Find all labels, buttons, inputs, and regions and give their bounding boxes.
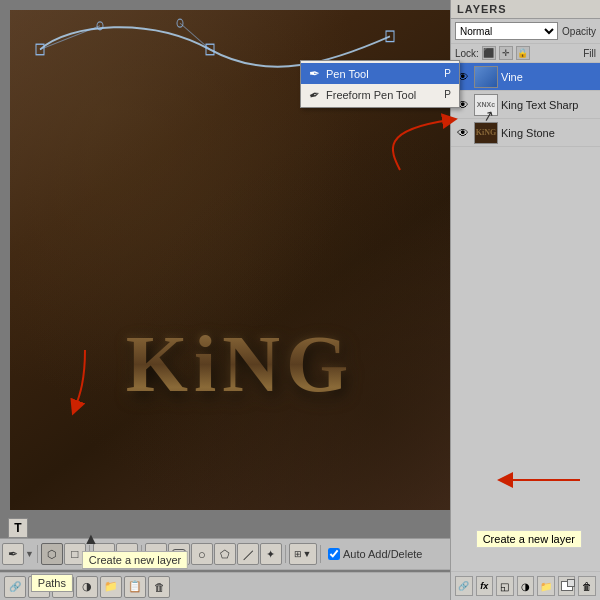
left-tool-indicators: T [8,518,28,538]
layers-panel-header: LAYERS [451,0,600,19]
layer-dropdown-button[interactable]: ⊞▼ [289,543,317,565]
separator-1 [37,545,38,563]
fill-label: Fill [583,48,596,59]
ellipse-icon: ○ [198,547,206,562]
lock-all-icon: 🔒 [517,48,528,58]
paths-mode-button[interactable]: ⬡ Paths [41,543,63,565]
poly-tool-button[interactable]: ⬠ [214,543,236,565]
add-style-icon: fx [480,581,488,591]
auto-add-delete-checkbox[interactable] [328,548,340,560]
custom-shape-button[interactable]: ✦ [260,543,282,565]
create-layer-icon [561,581,573,591]
separator-4 [285,545,286,563]
new-group-icon: 📁 [540,581,552,592]
auto-add-delete-area: Auto Add/Delete [328,548,423,560]
mask-btn[interactable]: ◱ [52,576,74,598]
lock-position-btn[interactable]: ✛ [499,46,513,60]
fx-btn[interactable]: fx [28,576,50,598]
freeform-pen-menu-item[interactable]: ✒ Freeform Pen Tool P [301,84,459,105]
layer-king-stone[interactable]: 👁 KiNG King Stone [451,119,600,147]
text-tool-indicator[interactable]: T [8,518,28,538]
king-text-display: KiNG [126,319,354,410]
ellipse-tool-button[interactable]: ○ [191,543,213,565]
pen-tool-button[interactable]: ✒ [2,543,24,565]
separator-5 [320,545,321,563]
layer-mode-icon: ⊞▼ [294,549,311,559]
create-new-layer-tooltip: Create a new layer [82,551,188,569]
king-text-thumb-content: XNXc [477,101,495,108]
mask-icon: ◱ [58,580,68,593]
trash-icon: 🗑 [154,581,165,593]
line-icon: — [238,544,258,564]
freeform-pen-menu-icon: ✒ [307,86,322,104]
king-text-layer-name: King Text Sharp [501,99,596,111]
create-layer-tooltip: Create a new layer [476,530,582,548]
text-tool-icon: T [14,521,21,535]
vine-layer-name: Vine [501,71,596,83]
link-layers-button[interactable]: 🔗 [455,576,473,596]
delete-layer-button[interactable]: 🗑 [578,576,596,596]
add-mask-icon: ◱ [500,581,509,592]
adjustment-layer-button[interactable]: ◑ [517,576,535,596]
shape-icon: □ [71,547,78,561]
trash-btn[interactable]: 🗑 [148,576,170,598]
add-style-button[interactable]: fx [476,576,494,596]
opacity-label: Opacity [562,26,596,37]
lock-label: Lock: [455,48,479,59]
folder-btn[interactable]: 📁 [100,576,122,598]
status-bar: 🔗 fx ◱ ◑ 📁 📋 Create a new layer [0,572,470,600]
layer-king-text-sharp[interactable]: 👁 XNXc King Text Sharp [451,91,600,119]
lock-pixels-btn[interactable]: ⬛ [482,46,496,60]
app-container: KiNG [0,0,600,600]
lock-position-icon: ✛ [502,48,510,58]
king-text-thumbnail: XNXc [474,94,498,116]
link-icon: 🔗 [9,581,21,592]
blend-mode-select[interactable]: Normal [455,22,558,40]
fx-icon: fx [35,582,43,592]
vine-thumb-content [475,67,497,87]
pen-dropdown-arrow: ▼ [25,549,34,559]
pen-tool-popup: ✒ Pen Tool P ✒ Freeform Pen Tool P [300,60,460,108]
poly-icon: ⬠ [220,548,230,561]
king-stone-thumbnail: KiNG [474,122,498,144]
folder-icon: 📁 [104,580,118,593]
pen-toolbar: ✒ ▼ ⬡ Paths □ [0,538,470,570]
lock-row: Lock: ⬛ ✛ 🔒 Fill [451,44,600,63]
eye-icon-king-stone: 👁 [457,126,469,140]
layer-bottom-icons: 🔗 fx ◱ ◑ 📁 [451,571,600,600]
pen-tool-shortcut: P [444,68,451,79]
pen-tool-menu-icon: ✒ [309,66,320,81]
new-layer-icon: 📋 [128,580,142,593]
king-stone-layer-name: King Stone [501,127,596,139]
king-stone-thumb-content: KiNG [476,128,496,137]
freeform-pen-menu-label: Freeform Pen Tool [326,89,416,101]
lock-pixels-icon: ⬛ [483,48,494,58]
create-layer-button[interactable] [558,576,576,596]
layers-panel: LAYERS Normal Opacity Lock: ⬛ ✛ 🔒 [450,0,600,600]
main-area: KiNG [0,0,600,600]
add-mask-button[interactable]: ◱ [496,576,514,596]
blend-mode-row: Normal Opacity [451,19,600,44]
pen-icon: ✒ [8,547,18,561]
auto-add-delete-label: Auto Add/Delete [343,548,423,560]
layer-vine[interactable]: 👁 Vine [451,63,600,91]
adjustment-icon: ◑ [82,580,92,593]
freeform-pen-shortcut: P [444,89,451,100]
adjustment-layer-icon: ◑ [521,581,530,592]
layers-spacer [451,147,600,571]
pen-tool-menu-label: Pen Tool [326,68,369,80]
king-stone-visibility-toggle[interactable]: 👁 [455,125,471,141]
layers-title: LAYERS [457,3,507,15]
lock-all-btn[interactable]: 🔒 [516,46,530,60]
custom-shape-icon: ✦ [266,548,275,561]
adjustment-btn[interactable]: ◑ [76,576,98,598]
line-tool-button[interactable]: — [237,543,259,565]
link-layers-icon: 🔗 [458,581,469,591]
new-group-button[interactable]: 📁 [537,576,555,596]
pen-tool-menu-item[interactable]: ✒ Pen Tool P [301,63,459,84]
delete-layer-icon: 🗑 [582,581,592,592]
new-layer-btn[interactable]: 📋 Create a new layer [124,576,146,598]
paths-icon: ⬡ [47,548,57,561]
link-layers-btn[interactable]: 🔗 [4,576,26,598]
vine-thumbnail [474,66,498,88]
